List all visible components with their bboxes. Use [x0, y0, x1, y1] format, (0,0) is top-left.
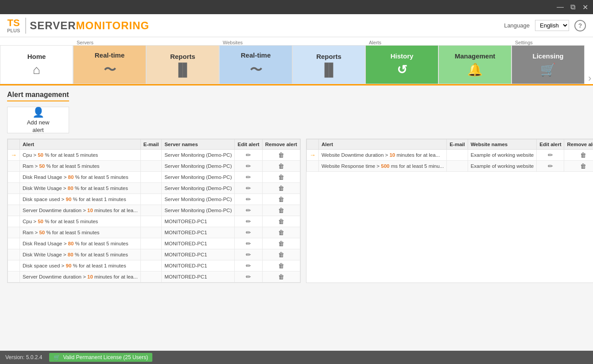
row-arrow: →: [8, 150, 20, 161]
row-edit[interactable]: ✏: [235, 150, 262, 161]
row-alert: Disk Read Usage > 80 % for at least 5 mi…: [20, 172, 141, 183]
row-edit[interactable]: ✏: [235, 238, 262, 249]
nav-servers: Servers Real-time 〜 Reports ▐▌: [73, 38, 219, 84]
websites-reports-icon: ▐▌: [320, 63, 338, 77]
delete-icon[interactable]: 🗑: [580, 163, 586, 170]
nav-alerts-management[interactable]: Management 🔔: [438, 45, 512, 84]
delete-icon[interactable]: 🗑: [278, 218, 284, 225]
content-area: Alert management 👤 Add new alert Alert E…: [0, 85, 593, 352]
add-alert-button[interactable]: 👤 Add new alert: [7, 107, 69, 133]
servers-realtime-icon: 〜: [104, 62, 116, 78]
edit-icon[interactable]: ✏: [246, 174, 251, 181]
row-edit[interactable]: ✏: [235, 205, 262, 216]
row-edit[interactable]: ✏: [235, 183, 262, 194]
row-alert: Website Response time > 500 ms for at le…: [318, 161, 446, 172]
delete-icon[interactable]: 🗑: [278, 207, 284, 214]
nav-servers-realtime[interactable]: Real-time 〜: [73, 45, 146, 84]
edit-icon[interactable]: ✏: [246, 251, 251, 258]
edit-icon[interactable]: ✏: [246, 218, 251, 225]
row-remove[interactable]: 🗑: [262, 194, 300, 205]
row-server: Server Monitoring (Demo-PC): [162, 205, 235, 216]
delete-icon[interactable]: 🗑: [278, 262, 284, 269]
row-edit[interactable]: ✏: [537, 150, 564, 161]
logo-server: SERVER: [30, 19, 76, 32]
row-edit[interactable]: ✏: [235, 161, 262, 172]
row-edit[interactable]: ✏: [235, 227, 262, 238]
row-edit[interactable]: ✏: [235, 172, 262, 183]
row-edit[interactable]: ✏: [537, 161, 564, 172]
row-edit[interactable]: ✏: [235, 216, 262, 227]
row-remove[interactable]: 🗑: [262, 150, 300, 161]
edit-icon[interactable]: ✏: [246, 262, 251, 269]
delete-icon[interactable]: 🗑: [278, 196, 284, 203]
nav-servers-reports[interactable]: Reports ▐▌: [146, 45, 219, 84]
edit-icon[interactable]: ✏: [246, 163, 251, 170]
delete-icon[interactable]: 🗑: [278, 163, 284, 170]
close-button[interactable]: ✕: [581, 3, 589, 12]
maximize-button[interactable]: ⧉: [568, 3, 577, 12]
nav-home[interactable]: Home ⌂: [0, 45, 73, 84]
row-remove[interactable]: 🗑: [262, 216, 300, 227]
nav-websites-reports[interactable]: Reports ▐▌: [292, 45, 365, 84]
home-icon: ⌂: [33, 63, 40, 77]
edit-icon[interactable]: ✏: [246, 151, 251, 159]
row-remove[interactable]: 🗑: [262, 227, 300, 238]
delete-icon[interactable]: 🗑: [580, 151, 586, 159]
row-edit[interactable]: ✏: [235, 271, 262, 283]
edit-icon[interactable]: ✏: [246, 185, 251, 192]
help-button[interactable]: ?: [574, 20, 586, 31]
row-email: [140, 161, 162, 172]
table-row: Server Downtime duration > 10 minutes fo…: [8, 271, 300, 283]
row-remove[interactable]: 🗑: [262, 161, 300, 172]
delete-icon[interactable]: 🗑: [278, 185, 284, 192]
row-server: Server Monitoring (Demo-PC): [162, 183, 235, 194]
delete-icon[interactable]: 🗑: [278, 151, 284, 159]
row-remove[interactable]: 🗑: [262, 260, 300, 271]
nav-websites-realtime[interactable]: Real-time 〜: [219, 45, 292, 84]
delete-icon[interactable]: 🗑: [278, 240, 284, 247]
delete-icon[interactable]: 🗑: [278, 273, 284, 280]
row-arrow: [8, 194, 20, 205]
table-row: Disk Write Usage > 80 % for at least 5 m…: [8, 183, 300, 194]
edit-icon[interactable]: ✏: [246, 273, 251, 280]
nav-scroll-right[interactable]: ›: [585, 73, 593, 84]
row-remove[interactable]: 🗑: [262, 183, 300, 194]
nav-right-arrow-icon: ›: [588, 73, 591, 84]
websites-realtime-label: Real-time: [241, 51, 271, 59]
row-email: [140, 249, 162, 260]
row-remove[interactable]: 🗑: [564, 161, 593, 172]
title-bar-controls: — ⧉ ✕: [556, 3, 589, 12]
delete-icon[interactable]: 🗑: [278, 174, 284, 181]
row-remove[interactable]: 🗑: [262, 249, 300, 260]
row-edit[interactable]: ✏: [235, 249, 262, 260]
row-edit[interactable]: ✏: [235, 194, 262, 205]
logo-plus: PLUS: [7, 28, 20, 33]
edit-icon[interactable]: ✏: [548, 163, 553, 170]
table-row: Disk Read Usage > 80 % for at least 5 mi…: [8, 172, 300, 183]
row-remove[interactable]: 🗑: [262, 271, 300, 283]
delete-icon[interactable]: 🗑: [278, 229, 284, 236]
edit-icon[interactable]: ✏: [548, 151, 553, 159]
minimize-button[interactable]: —: [556, 3, 565, 12]
website-col-arrow: [306, 139, 318, 150]
website-col-website-names: Website names: [468, 139, 537, 150]
nav-alerts-history[interactable]: History ↺: [365, 45, 438, 84]
row-alert: Ram > 50 % for at least 5 minutes: [20, 227, 141, 238]
row-remove[interactable]: 🗑: [262, 238, 300, 249]
row-email: [140, 238, 162, 249]
language-select[interactable]: English: [535, 20, 569, 31]
edit-icon[interactable]: ✏: [246, 196, 251, 203]
row-edit[interactable]: ✏: [235, 260, 262, 271]
edit-icon[interactable]: ✏: [246, 207, 251, 214]
language-label: Language: [504, 22, 530, 29]
alerts-management-icon: 🔔: [467, 62, 483, 77]
settings-licensing-icon: 🛒: [540, 62, 556, 77]
row-remove[interactable]: 🗑: [564, 150, 593, 161]
nav-settings-licensing[interactable]: Licensing 🛒: [512, 45, 585, 84]
row-remove[interactable]: 🗑: [262, 172, 300, 183]
edit-icon[interactable]: ✏: [246, 240, 251, 247]
delete-icon[interactable]: 🗑: [278, 251, 284, 258]
row-remove[interactable]: 🗑: [262, 205, 300, 216]
edit-icon[interactable]: ✏: [246, 229, 251, 236]
website-alerts-table-wrapper: Alert E-mail Website names Edit alert Re…: [306, 139, 593, 283]
